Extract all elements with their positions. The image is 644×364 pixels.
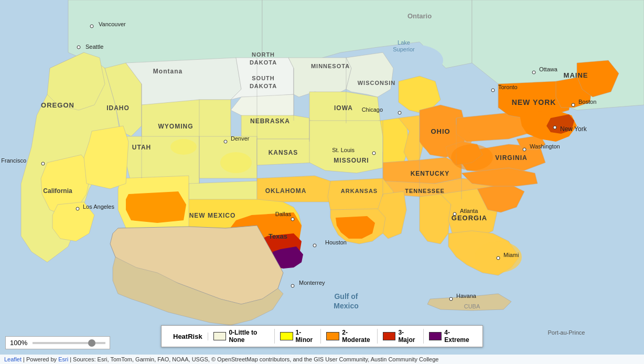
svg-text:TENNESSEE: TENNESSEE <box>405 188 445 194</box>
svg-text:Lake: Lake <box>398 39 410 46</box>
zoom-level-label: 100% <box>10 339 28 347</box>
svg-point-128 <box>453 212 456 216</box>
svg-text:Texas: Texas <box>269 232 287 240</box>
leaflet-link[interactable]: Leaflet <box>4 356 22 362</box>
svg-text:Monterrey: Monterrey <box>299 280 325 286</box>
svg-text:MAINE: MAINE <box>564 71 588 79</box>
svg-point-110 <box>77 46 80 49</box>
svg-text:Havana: Havana <box>456 293 477 299</box>
label-moderate: 2-Moderate <box>342 329 371 344</box>
svg-text:WISCONSIN: WISCONSIN <box>358 80 396 86</box>
svg-point-126 <box>291 284 294 287</box>
svg-text:NORTH: NORTH <box>252 51 275 58</box>
svg-text:Miami: Miami <box>503 252 519 258</box>
svg-marker-61 <box>84 126 128 189</box>
svg-text:Atlanta: Atlanta <box>460 208 478 214</box>
svg-text:UTAH: UTAH <box>132 144 151 151</box>
svg-point-77 <box>451 144 493 170</box>
svg-text:NEW MEXICO: NEW MEXICO <box>189 212 236 219</box>
label-major: 3-Major <box>398 329 417 344</box>
svg-text:San Francisco: San Francisco <box>0 157 26 164</box>
legend: HeatRisk 0-Little to None 1-Minor 2-Mode… <box>161 325 483 347</box>
label-minor: 1-Minor <box>296 329 316 344</box>
attribution-powered-by: | Powered by <box>23 356 58 362</box>
svg-text:Superior: Superior <box>393 46 415 52</box>
svg-text:Ontario: Ontario <box>407 12 432 20</box>
svg-text:Seattle: Seattle <box>85 44 103 50</box>
label-extreme: 4-Extreme <box>444 329 471 344</box>
svg-marker-19 <box>346 52 393 97</box>
svg-text:VIRGINIA: VIRGINIA <box>495 154 527 162</box>
svg-text:Washington: Washington <box>530 143 560 149</box>
svg-text:NEW YORK: NEW YORK <box>512 98 556 106</box>
svg-text:SOUTH: SOUTH <box>252 75 275 81</box>
legend-item-4: 4-Extreme <box>424 329 476 344</box>
svg-text:St. Louis: St. Louis <box>332 147 355 153</box>
svg-text:IOWA: IOWA <box>334 104 353 112</box>
svg-point-112 <box>41 162 45 165</box>
svg-point-120 <box>372 152 375 155</box>
svg-text:OKLAHOMA: OKLAHOMA <box>265 187 307 195</box>
svg-text:DAKOTA: DAKOTA <box>250 59 277 66</box>
svg-point-10 <box>441 69 472 88</box>
legend-item-1: 1-Minor <box>275 329 321 344</box>
svg-text:Boston: Boston <box>578 99 596 105</box>
color-moderate <box>326 332 339 340</box>
svg-text:OHIO: OHIO <box>431 127 450 135</box>
svg-point-138 <box>491 89 495 92</box>
color-none <box>213 332 227 340</box>
svg-point-124 <box>313 244 316 247</box>
attribution-sources: | Sources: Esri, TomTom, Garmin, FAO, NO… <box>70 356 438 362</box>
svg-text:CUBA: CUBA <box>464 303 480 309</box>
zoom-control: 100% <box>5 336 110 349</box>
esri-link[interactable]: Esri <box>58 356 68 362</box>
svg-marker-15 <box>126 58 241 105</box>
svg-text:California: California <box>43 187 72 195</box>
svg-text:Dallas: Dallas <box>275 211 292 217</box>
svg-marker-60 <box>126 191 186 223</box>
svg-text:Denver: Denver <box>231 135 250 142</box>
svg-point-114 <box>76 207 79 210</box>
svg-point-136 <box>572 103 575 106</box>
svg-text:Gulf of: Gulf of <box>334 292 358 301</box>
legend-title: HeatRisk <box>168 333 208 340</box>
color-extreme <box>429 332 442 340</box>
svg-text:Toronto: Toronto <box>498 84 518 90</box>
svg-text:New York: New York <box>560 125 587 133</box>
svg-text:Los Angeles: Los Angeles <box>83 204 114 210</box>
svg-text:MISSOURI: MISSOURI <box>334 157 369 164</box>
svg-text:NEBRASKA: NEBRASKA <box>250 117 290 125</box>
svg-text:DAKOTA: DAKOTA <box>250 83 277 89</box>
svg-text:GEORGIA: GEORGIA <box>452 214 487 222</box>
svg-point-130 <box>497 256 500 260</box>
svg-point-142 <box>449 297 453 301</box>
svg-point-79 <box>220 152 252 173</box>
svg-text:Port-au-Prince: Port-au-Prince <box>548 329 585 336</box>
svg-text:KANSAS: KANSAS <box>269 149 298 156</box>
svg-text:Montana: Montana <box>153 68 183 75</box>
svg-point-140 <box>532 71 535 74</box>
svg-text:ARKANSAS: ARKANSAS <box>341 188 378 194</box>
svg-text:KENTUCKY: KENTUCKY <box>411 170 450 177</box>
svg-text:Ottawa: Ottawa <box>539 66 558 72</box>
svg-point-132 <box>523 148 526 151</box>
heatrisk-label: HeatRisk <box>173 333 202 340</box>
label-none: 0-Little to None <box>229 329 269 344</box>
svg-point-116 <box>224 140 227 143</box>
svg-text:Chicago: Chicago <box>362 106 383 113</box>
legend-item-2: 2-Moderate <box>321 329 377 344</box>
svg-point-11 <box>472 85 493 98</box>
map-container[interactable]: Gulf of Mexico MÉXICO Port-au-Prince <box>0 0 644 364</box>
svg-point-134 <box>553 126 556 129</box>
svg-text:WYOMING: WYOMING <box>158 123 194 130</box>
svg-text:IDAHO: IDAHO <box>106 104 130 112</box>
legend-item-0: 0-Little to None <box>208 329 275 344</box>
map-svg: Gulf of Mexico MÉXICO Port-au-Prince <box>0 0 644 364</box>
svg-text:Houston: Houston <box>325 239 347 245</box>
zoom-slider[interactable] <box>33 342 105 344</box>
svg-text:Vancouver: Vancouver <box>99 21 126 27</box>
svg-point-80 <box>170 139 197 155</box>
svg-point-118 <box>398 111 401 114</box>
svg-text:MINNESOTA: MINNESOTA <box>311 63 350 69</box>
svg-text:Mexico: Mexico <box>334 302 358 310</box>
